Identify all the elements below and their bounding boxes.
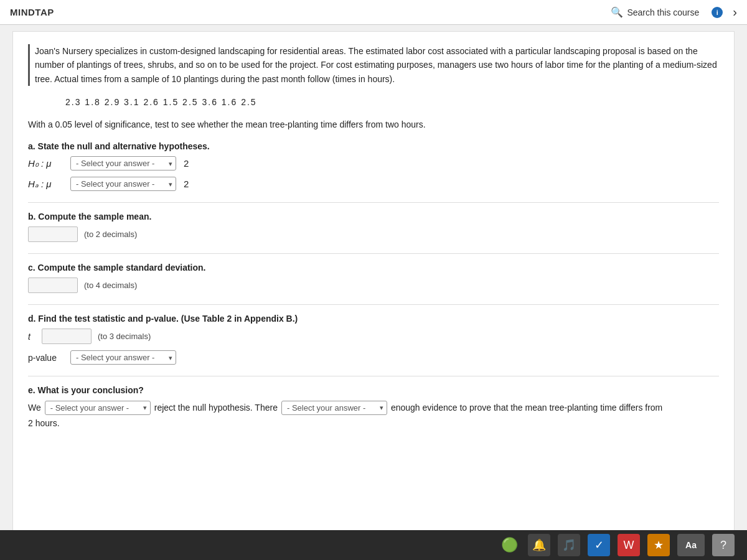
part-c-label: c. Compute the sample standard deviation… — [28, 263, 719, 273]
divider-cd — [28, 304, 719, 305]
there-dropdown-wrapper[interactable]: - Select your answer - is is not — [281, 400, 387, 416]
h0-select[interactable]: - Select your answer - = 2 ≠ 2 < 2 > 2 — [70, 156, 176, 170]
pvalue-dropdown-wrapper[interactable]: - Select your answer - p-value < 0.01 0.… — [70, 350, 176, 365]
pvalue-select[interactable]: - Select your answer - p-value < 0.01 0.… — [70, 350, 176, 365]
aa-button[interactable]: Aa — [677, 534, 705, 556]
chevron-right-icon[interactable]: › — [733, 5, 737, 19]
we-select[interactable]: - Select your answer - do do not — [45, 401, 151, 415]
ha-dropdown-wrapper[interactable]: - Select your answer - = 2 ≠ 2 < 2 > 2 — [70, 177, 176, 191]
to-3-decimals-note: (to 3 decimals) — [98, 332, 151, 341]
part-a-label: a. State the null and alternative hypoth… — [28, 141, 719, 151]
part-a-section: a. State the null and alternative hypoth… — [28, 141, 719, 191]
part-c-input-row: (to 4 decimals) — [28, 278, 719, 293]
data-values: 2.3 1.8 2.9 3.1 2.6 1.5 2.5 3.6 1.6 2.5 — [28, 97, 719, 107]
h0-dropdown-wrapper[interactable]: - Select your answer - = 2 ≠ 2 < 2 > 2 — [70, 156, 176, 170]
part-b-section: b. Compute the sample mean. (to 2 decima… — [28, 212, 719, 242]
we-dropdown-wrapper[interactable]: - Select your answer - do do not — [45, 400, 151, 416]
t-statistic-input[interactable] — [42, 329, 92, 344]
ha-number: 2 — [184, 179, 189, 189]
taskbar-icon-music[interactable]: 🎵 — [558, 534, 580, 556]
there-select[interactable]: - Select your answer - is is not — [281, 401, 387, 415]
two-hours-text: 2 hours. — [28, 418, 719, 428]
taskbar-icon-check[interactable]: ✓ — [588, 534, 610, 556]
part-e-label: e. What is your conclusion? — [28, 385, 719, 395]
search-icon: 🔍 — [611, 6, 623, 18]
top-bar-right: 🔍 Search this course i › — [611, 5, 737, 19]
pvalue-label: p-value — [28, 353, 65, 363]
to-2-decimals-note: (to 2 decimals) — [84, 230, 137, 239]
taskbar: 🟢 🔔 🎵 ✓ W ★ Aa ? — [0, 530, 747, 560]
intro-text: Joan's Nursery specializes in custom-des… — [35, 46, 717, 84]
to-4-decimals-note: (to 4 decimals) — [84, 281, 137, 290]
help-button[interactable]: ? — [712, 534, 735, 556]
significance-text: With a 0.05 level of significance, test … — [28, 118, 719, 131]
ha-row: Hₐ : μ - Select your answer - = 2 ≠ 2 < … — [28, 177, 719, 191]
sample-std-input[interactable] — [28, 278, 78, 293]
part-d-section: d. Find the test statistic and p-value. … — [28, 314, 719, 365]
taskbar-icon-notification[interactable]: 🔔 — [528, 534, 550, 556]
reject-text: reject the null hypothesis. There — [154, 400, 278, 416]
divider-ab — [28, 202, 719, 203]
sample-mean-input[interactable] — [28, 226, 78, 242]
part-e-section: e. What is your conclusion? We - Select … — [28, 385, 719, 428]
intro-paragraph: Joan's Nursery specializes in custom-des… — [28, 44, 719, 86]
enough-evidence-text: enough evidence to prove that the mean t… — [391, 400, 662, 416]
main-content: Joan's Nursery specializes in custom-des… — [12, 31, 735, 541]
t-label: t — [28, 332, 35, 342]
t-statistic-row: t (to 3 decimals) — [28, 329, 719, 344]
divider-de — [28, 376, 719, 376]
part-b-input-row: (to 2 decimals) — [28, 226, 719, 242]
taskbar-icon-w[interactable]: W — [618, 534, 640, 556]
divider-bc — [28, 253, 719, 254]
top-bar: MINDTAP 🔍 Search this course i › — [0, 0, 747, 25]
app-title: MINDTAP — [10, 7, 54, 17]
part-d-label: d. Find the test statistic and p-value. … — [28, 314, 719, 324]
part-b-label: b. Compute the sample mean. — [28, 212, 719, 222]
we-label: We — [28, 400, 41, 416]
h0-row: H₀ : μ - Select your answer - = 2 ≠ 2 < … — [28, 156, 719, 170]
conclusion-row: We - Select your answer - do do not reje… — [28, 400, 719, 416]
taskbar-icon-circle[interactable]: 🟢 — [498, 534, 520, 556]
p-value-row: p-value - Select your answer - p-value <… — [28, 350, 719, 365]
info-icon[interactable]: i — [712, 7, 723, 18]
search-label: Search this course — [627, 7, 699, 17]
search-button[interactable]: 🔍 Search this course — [611, 6, 699, 18]
ha-symbol: Hₐ : μ — [28, 179, 65, 190]
taskbar-icon-star[interactable]: ★ — [647, 534, 670, 556]
h0-number: 2 — [184, 158, 189, 169]
ha-select[interactable]: - Select your answer - = 2 ≠ 2 < 2 > 2 — [70, 177, 176, 191]
part-c-section: c. Compute the sample standard deviation… — [28, 263, 719, 293]
h0-symbol: H₀ : μ — [28, 158, 65, 169]
